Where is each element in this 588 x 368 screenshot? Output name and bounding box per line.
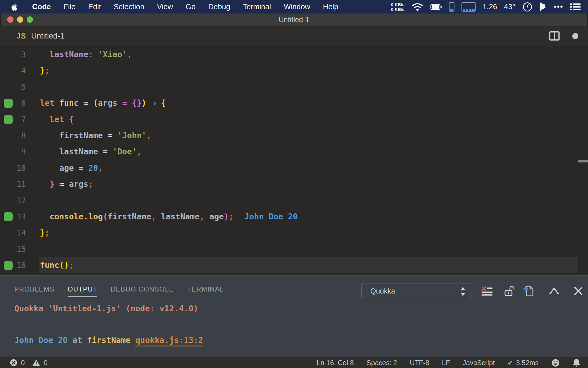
overview-ruler-mark: [578, 160, 588, 162]
line-number: 9: [0, 144, 26, 160]
menu-item-selection[interactable]: Selection: [107, 2, 151, 11]
gauge-vertical-icon[interactable]: [449, 2, 454, 12]
status-item-ln-16-col-8[interactable]: Ln 16, Col 8: [317, 359, 354, 367]
feedback-smiley-icon[interactable]: [551, 359, 560, 367]
menu-item-file[interactable]: File: [57, 2, 82, 11]
code-lines: 3 lastName: 'Xiao',4};56let func = (args…: [0, 47, 588, 273]
menu-item-edit[interactable]: Edit: [82, 2, 107, 11]
unlock-scroll-icon[interactable]: [501, 283, 517, 299]
output-channel-value: Quokka: [370, 287, 395, 295]
line-number: 13: [0, 209, 26, 225]
code-line-16[interactable]: 16func();: [0, 257, 588, 273]
code-line-9[interactable]: 9 lastName = 'Doe',: [0, 144, 588, 160]
more-dots-icon[interactable]: •••: [554, 2, 563, 11]
line-number: 6: [0, 95, 26, 111]
status-item-utf-8[interactable]: UTF-8: [410, 359, 429, 367]
clock-compass-icon[interactable]: [522, 2, 533, 12]
menu-item-window[interactable]: Window: [277, 2, 316, 11]
apple-menu[interactable]: [7, 3, 26, 11]
code-line-6[interactable]: 6let func = (args = {}) ⇒ {: [0, 95, 588, 111]
battery-icon[interactable]: [430, 3, 442, 10]
net-up-label: 0 KB/s: [391, 2, 405, 7]
code-line-7[interactable]: 7 let {: [0, 112, 588, 128]
panel-tabs: PROBLEMSOUTPUTDEBUG CONSOLETERMINAL: [14, 283, 224, 295]
list-menu-icon[interactable]: [570, 3, 581, 11]
code-line-3[interactable]: 3 lastName: 'Xiao',: [0, 47, 588, 63]
code-editor[interactable]: 3 lastName: 'Xiao',4};56let func = (args…: [0, 46, 588, 275]
output-text: at: [67, 336, 87, 345]
statusbar-right: Ln 16, Col 8Spaces: 2UTF-8LFJavaScript ✔…: [317, 359, 588, 367]
clear-output-button[interactable]: [479, 283, 495, 299]
check-icon: ✔: [507, 359, 513, 367]
warnings-count: 0: [44, 359, 47, 367]
bottom-panel: PROBLEMSOUTPUTDEBUG CONSOLETERMINAL Quok…: [0, 275, 588, 357]
panel-tab-debug-console[interactable]: DEBUG CONSOLE: [111, 283, 174, 295]
tab-untitled-1[interactable]: JS Untitled-1: [0, 26, 106, 46]
maximize-panel-button[interactable]: [546, 283, 562, 299]
code-line-10[interactable]: 10 age = 20,: [0, 160, 588, 176]
window-title: Untitled-1: [0, 14, 588, 26]
status-item-javascript[interactable]: JavaScript: [463, 359, 495, 367]
panel-tab-terminal[interactable]: TERMINAL: [187, 283, 224, 295]
menu-item-terminal[interactable]: Terminal: [237, 2, 277, 11]
tab-label: Untitled-1: [31, 32, 65, 41]
status-item-lf[interactable]: LF: [442, 359, 450, 367]
code-text: let {: [40, 112, 74, 128]
output-text: firstName: [87, 336, 131, 345]
quokka-perf-indicator[interactable]: ✔ 3.52ms: [507, 359, 539, 367]
unsaved-changes-dot[interactable]: [572, 33, 578, 39]
code-line-15[interactable]: 15: [0, 241, 588, 257]
open-output-in-editor-icon[interactable]: [520, 283, 536, 299]
output-console[interactable]: Quokka 'Untitled-1.js' (node: v12.4.0)Jo…: [14, 301, 203, 348]
output-line-3: John Doe 20 at firstName quokka.js:13:2: [14, 332, 203, 348]
panel-tab-problems[interactable]: PROBLEMS: [14, 283, 55, 295]
select-arrows-icon: [460, 286, 466, 297]
output-text: [131, 336, 136, 345]
code-text: firstName = 'John',: [40, 128, 151, 144]
tab-actions: [549, 31, 588, 41]
macos-menubar: CodeFileEditSelectionViewGoDebugTerminal…: [0, 0, 588, 14]
wifi-icon[interactable]: [411, 2, 423, 12]
line-number: 15: [0, 241, 26, 257]
cpu-load-value[interactable]: 1.26: [483, 2, 497, 11]
menu-item-view[interactable]: View: [151, 2, 179, 11]
output-line-2: [14, 317, 203, 332]
menu-item-go[interactable]: Go: [179, 2, 202, 11]
code-line-13[interactable]: 13 console.log(firstName, lastName, age)…: [0, 209, 588, 225]
menu-item-help[interactable]: Help: [317, 2, 345, 11]
line-number: 4: [0, 63, 26, 79]
code-text: func();: [40, 257, 74, 273]
code-line-8[interactable]: 8 firstName = 'John',: [0, 128, 588, 144]
line-number: 10: [0, 160, 26, 176]
code-line-4[interactable]: 4};: [0, 63, 588, 79]
line-number: 7: [0, 112, 26, 128]
split-editor-icon[interactable]: [549, 31, 560, 41]
line-number: 3: [0, 47, 26, 63]
network-speed-indicator[interactable]: 0 KB/s 0 KB/s: [391, 2, 405, 12]
flag-icon[interactable]: [539, 2, 547, 12]
code-line-5[interactable]: 5: [0, 79, 588, 95]
code-line-14[interactable]: 14};: [0, 225, 588, 241]
line-number: 16: [0, 257, 26, 273]
code-text: };: [40, 225, 50, 241]
menu-item-code[interactable]: Code: [26, 2, 57, 11]
output-channel-select[interactable]: Quokka: [361, 283, 471, 299]
temperature-value[interactable]: 43°: [504, 2, 515, 11]
menubar-status: 0 KB/s 0 KB/s: [391, 2, 588, 12]
errors-icon: [10, 359, 18, 367]
code-line-11[interactable]: 11 } = args;: [0, 176, 588, 192]
menu-item-debug[interactable]: Debug: [202, 2, 237, 11]
status-item-spaces-2[interactable]: Spaces: 2: [366, 359, 397, 367]
gauge-blocks-icon[interactable]: [461, 2, 476, 12]
code-line-12[interactable]: 12: [0, 193, 588, 209]
notifications-bell-icon[interactable]: [572, 359, 581, 367]
code-text: };: [40, 63, 50, 79]
line-number: 8: [0, 128, 26, 144]
problems-summary[interactable]: 0 0: [0, 359, 52, 367]
statusbar: 0 0 Ln 16, Col 8Spaces: 2UTF-8LFJavaScri…: [0, 357, 588, 368]
output-text: John Doe 20: [14, 336, 67, 345]
close-panel-button[interactable]: [570, 283, 586, 299]
output-source-link[interactable]: quokka.js:13:2: [135, 336, 203, 346]
editor-tabbar: JS Untitled-1: [0, 26, 588, 46]
panel-tab-output[interactable]: OUTPUT: [68, 283, 98, 295]
